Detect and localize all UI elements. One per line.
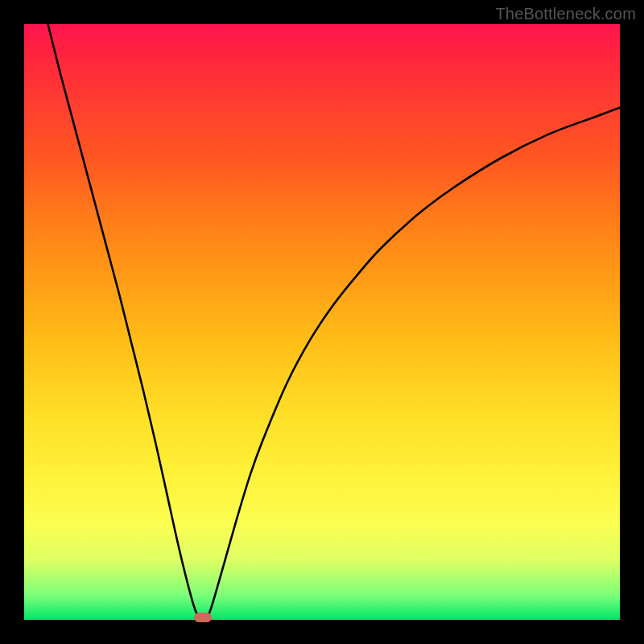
gradient-plot-area (24, 24, 620, 620)
watermark-text: TheBottleneck.com (495, 5, 636, 23)
chart-frame: TheBottleneck.com (0, 0, 644, 644)
